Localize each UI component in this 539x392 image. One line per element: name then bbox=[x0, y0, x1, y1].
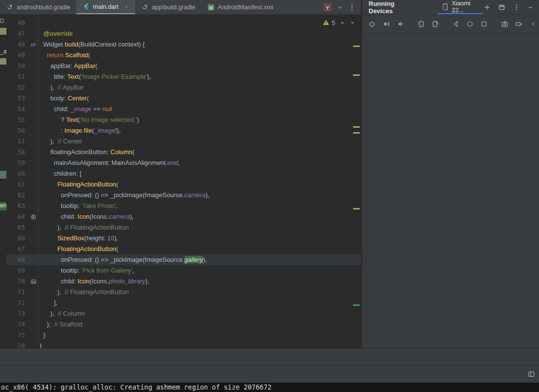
chevron-right-icon[interactable] bbox=[529, 21, 536, 27]
line-number[interactable]: 60 bbox=[6, 168, 29, 179]
code-line-68[interactable]: 68 onPressed: () => _pickImage(ImageSour… bbox=[6, 254, 361, 265]
code-line-49[interactable]: 49 return Scaffold( bbox=[6, 50, 361, 61]
code-line-62[interactable]: 62 onPressed: () => _pickImage(ImageSour… bbox=[6, 190, 361, 201]
code-line-64[interactable]: 64 child: Icon(Icons.camera), bbox=[6, 211, 361, 222]
line-number[interactable]: 50 bbox=[6, 61, 29, 71]
code-line-69[interactable]: 69 tooltip: 'Pick from Gallery', bbox=[6, 265, 361, 276]
error-stripe-mark[interactable] bbox=[353, 208, 360, 209]
back-icon[interactable] bbox=[452, 20, 460, 28]
line-number[interactable]: 53 bbox=[6, 93, 29, 104]
window-icon[interactable] bbox=[498, 3, 506, 11]
line-number[interactable]: 64 bbox=[6, 211, 29, 222]
line-number[interactable]: 48 bbox=[6, 39, 29, 50]
kebab-icon[interactable] bbox=[348, 3, 356, 11]
screenshot-icon[interactable] bbox=[501, 20, 509, 28]
error-stripe-mark[interactable] bbox=[353, 126, 360, 128]
code-line-66[interactable]: 66 SizedBox(height: 10), bbox=[6, 233, 361, 244]
editor-tab-app-build.gradle[interactable]: app\build.gradle bbox=[135, 0, 201, 14]
line-number[interactable]: 46 bbox=[6, 18, 29, 28]
screen-record-icon[interactable] bbox=[515, 20, 523, 28]
error-stripe-mark[interactable] bbox=[353, 132, 360, 134]
code-line-53[interactable]: 53 body: Center( bbox=[6, 93, 361, 104]
kebab-icon[interactable] bbox=[513, 3, 520, 11]
line-number[interactable]: 57 bbox=[6, 136, 29, 147]
line-number[interactable]: 75 bbox=[6, 330, 29, 341]
yaml-icon[interactable]: Y bbox=[324, 3, 331, 11]
code-line-55[interactable]: 55 ? Text('No image selected.') bbox=[6, 115, 361, 125]
line-number[interactable]: 73 bbox=[6, 308, 29, 319]
code-line-65[interactable]: 65 ), // FloatingActionButton bbox=[6, 222, 361, 233]
home-icon[interactable] bbox=[466, 20, 474, 28]
prev-problem-button[interactable] bbox=[339, 20, 346, 26]
line-number[interactable]: 63 bbox=[6, 201, 29, 211]
code-line-52[interactable]: 52 ), // AppBar bbox=[6, 82, 361, 93]
code-line-46[interactable]: 46 bbox=[6, 18, 361, 28]
code-line-58[interactable]: 58 floatingActionButton: Column( bbox=[6, 147, 361, 158]
code-line-47[interactable]: 47 @override bbox=[6, 28, 361, 39]
line-number[interactable]: 72 bbox=[6, 298, 29, 308]
volume-down-icon[interactable] bbox=[397, 20, 404, 28]
line-number[interactable]: 59 bbox=[6, 158, 29, 168]
code-line-60[interactable]: 60 children: [ bbox=[6, 168, 361, 179]
code-line-67[interactable]: 67 FloatingActionButton( bbox=[6, 244, 361, 254]
editor-tab-androidmanifest.xml[interactable]: MAndroidManifest.xml bbox=[201, 0, 279, 14]
code-line-71[interactable]: 71 ), // FloatingActionButton bbox=[6, 287, 361, 298]
line-number[interactable]: 76 bbox=[6, 341, 29, 348]
rotate-right-icon[interactable] bbox=[431, 20, 439, 28]
line-number[interactable]: 61 bbox=[6, 179, 29, 190]
line-number[interactable]: 52 bbox=[6, 82, 29, 93]
layout-widget-button[interactable] bbox=[528, 370, 535, 378]
rotate-left-icon[interactable] bbox=[417, 20, 425, 28]
code-line-61[interactable]: 61 FloatingActionButton( bbox=[6, 179, 361, 190]
overview-icon[interactable] bbox=[480, 20, 488, 28]
line-number[interactable]: 69 bbox=[6, 265, 29, 276]
line-number[interactable]: 56 bbox=[6, 125, 29, 136]
plus-icon[interactable] bbox=[483, 3, 491, 11]
line-number[interactable]: 66 bbox=[6, 233, 29, 244]
line-number[interactable]: 74 bbox=[6, 319, 29, 330]
device-tab-xiaomi[interactable]: Xiaomi 22... bbox=[437, 0, 483, 14]
error-stripe-mark[interactable] bbox=[353, 74, 360, 76]
code-line-72[interactable]: 72 ], bbox=[6, 298, 361, 308]
editor-tab-main.dart[interactable]: main.dart bbox=[76, 0, 135, 14]
line-number[interactable]: 58 bbox=[6, 147, 29, 158]
code-text: SizedBox(height: 10), bbox=[38, 233, 118, 244]
line-number[interactable]: 67 bbox=[6, 244, 29, 254]
code-line-51[interactable]: 51 title: Text('Image Picker Example'), bbox=[6, 71, 361, 82]
line-number[interactable]: 62 bbox=[6, 190, 29, 201]
gutter-slot bbox=[29, 308, 38, 319]
minimize-icon[interactable] bbox=[527, 4, 534, 11]
gradle-icon bbox=[141, 3, 149, 11]
power-icon[interactable] bbox=[368, 20, 376, 28]
code-line-54[interactable]: 54 child: _image == null bbox=[6, 104, 361, 115]
line-number[interactable]: 51 bbox=[6, 71, 29, 82]
code-line-63[interactable]: 63 tooltip: 'Take Photo', bbox=[6, 201, 361, 211]
line-number[interactable]: 65 bbox=[6, 222, 29, 233]
code-line-70[interactable]: 70 child: Icon(Icons.photo_library), bbox=[6, 276, 361, 287]
line-number[interactable]: 54 bbox=[6, 104, 29, 115]
code-line-59[interactable]: 59 mainAxisAlignment: MainAxisAlignment.… bbox=[6, 158, 361, 168]
line-number[interactable]: 68 bbox=[6, 254, 29, 265]
line-number[interactable]: 47 bbox=[6, 28, 29, 39]
code-line-50[interactable]: 50 appBar: AppBar( bbox=[6, 61, 361, 71]
line-number[interactable]: 71 bbox=[6, 287, 29, 298]
chevron-down-icon[interactable] bbox=[336, 4, 343, 11]
error-stripe-mark[interactable] bbox=[353, 304, 360, 306]
code-editor[interactable]: 4647 @override48O Widget build(BuildCont… bbox=[6, 15, 361, 348]
code-line-48[interactable]: 48O Widget build(BuildContext context) { bbox=[6, 39, 361, 50]
code-line-75[interactable]: 75 } bbox=[6, 330, 361, 341]
code-line-73[interactable]: 73 ), // Column bbox=[6, 308, 361, 319]
close-tab-icon[interactable] bbox=[123, 4, 129, 10]
line-number[interactable]: 49 bbox=[6, 50, 29, 61]
warning-count: 5 bbox=[332, 19, 335, 26]
error-stripe-mark[interactable] bbox=[353, 46, 360, 47]
code-line-56[interactable]: 56 : Image.file(_image!), bbox=[6, 125, 361, 136]
next-problem-button[interactable] bbox=[350, 20, 356, 26]
editor-tab-android-build.gradle[interactable]: android\build.gradle bbox=[0, 0, 76, 14]
code-line-76[interactable]: 76} bbox=[6, 341, 361, 348]
line-number[interactable]: 55 bbox=[6, 115, 29, 125]
line-number[interactable]: 70 bbox=[6, 276, 29, 287]
volume-up-icon[interactable] bbox=[382, 20, 390, 28]
code-line-57[interactable]: 57 ), // Center bbox=[6, 136, 361, 147]
code-line-74[interactable]: 74 ); // Scaffold bbox=[6, 319, 361, 330]
